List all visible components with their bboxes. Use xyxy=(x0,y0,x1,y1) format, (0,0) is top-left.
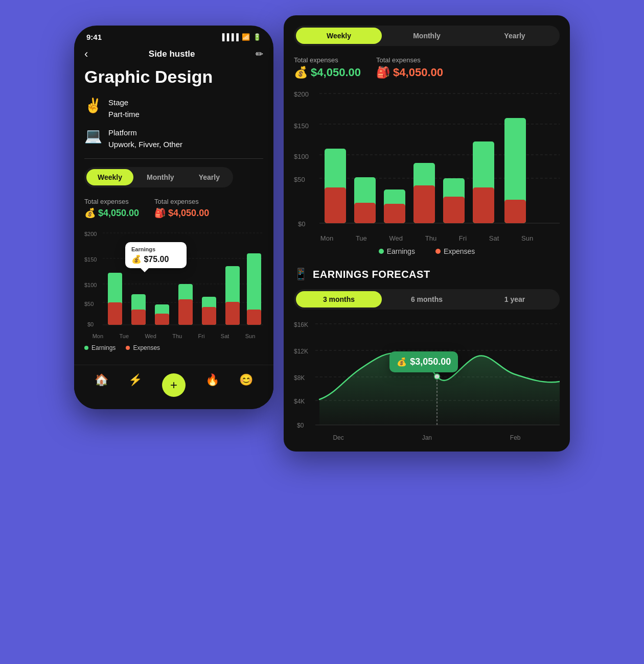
day-tue: Tue xyxy=(119,333,129,339)
tooltip-arrow xyxy=(141,268,149,272)
phone-mockup: 9:41 ▐▐▐▐ 📶 🔋 ‹ Side hustle ✏ Graphic De… xyxy=(74,26,273,409)
large-earnings-dot xyxy=(379,249,384,254)
forecast-tooltip: 💰 $3,050.00 xyxy=(389,351,458,372)
forecast-header: 📱 EARNINGS FORECAST xyxy=(294,268,560,281)
forecast-tab-toggle[interactable]: 3 months 6 months 1 year xyxy=(294,289,560,310)
chart-legend-small: Earnings Expenses xyxy=(84,344,263,351)
nav-fire[interactable]: 🔥 xyxy=(205,373,219,397)
large-legend-expenses: Expenses xyxy=(435,247,475,255)
large-day-fri: Fri xyxy=(459,234,467,242)
nav-home[interactable]: 🏠 xyxy=(95,373,108,397)
platform-value: Upwork, Fivver, Other xyxy=(108,139,182,151)
svg-rect-47 xyxy=(504,200,526,223)
chart-days-large: Mon Tue Wed Thu Fri Sat Sun xyxy=(294,234,560,242)
chart-days-small: Mon Tue Wed Thu Fri Sat Sun xyxy=(84,333,263,339)
day-sun: Sun xyxy=(245,333,256,339)
status-icons: ▐▐▐▐ 📶 🔋 xyxy=(220,33,261,41)
forecast-tab-6m[interactable]: 6 months xyxy=(384,291,470,307)
expense-amount-left: 💰 $4,050.00 xyxy=(84,207,139,219)
expense-col-right: Total expenses 🎒 $4,050.00 xyxy=(154,198,209,219)
earnings-label: Earnings xyxy=(91,344,116,351)
battery-icon: 🔋 xyxy=(253,33,261,41)
large-legend-earnings: Earnings xyxy=(379,247,415,255)
forecast-icon: 📱 xyxy=(294,268,308,281)
tab-weekly[interactable]: Weekly xyxy=(86,169,133,185)
right-tab-toggle[interactable]: Weekly Monthly Yearly xyxy=(294,26,560,46)
platform-text: Platform Upwork, Fivver, Other xyxy=(108,127,182,150)
nav-lightning[interactable]: ⚡ xyxy=(128,373,142,397)
chart-legend-large: Earnings Expenses xyxy=(294,247,560,255)
svg-text:$0: $0 xyxy=(87,321,94,327)
svg-text:$0: $0 xyxy=(297,422,304,429)
large-earnings-label: Earnings xyxy=(387,247,415,255)
svg-rect-11 xyxy=(108,302,122,325)
bar-chart-large: $200 $150 $100 $50 $0 xyxy=(294,87,560,230)
chart-months: Dec Jan Feb xyxy=(294,434,560,441)
tooltip-title: Earnings xyxy=(131,246,180,252)
right-tab-monthly[interactable]: Monthly xyxy=(384,28,470,44)
svg-rect-23 xyxy=(247,310,261,325)
day-wed: Wed xyxy=(145,333,156,339)
expense-col-left: Total expenses 💰 $4,050.00 xyxy=(84,198,139,219)
right-expense-summary: Total expenses 💰 $4,050.00 Total expense… xyxy=(294,56,560,79)
platform-label: Platform xyxy=(108,127,182,139)
day-sat: Sat xyxy=(221,333,229,339)
svg-rect-13 xyxy=(131,310,146,325)
svg-text:$50: $50 xyxy=(84,301,94,307)
svg-text:$50: $50 xyxy=(294,176,305,183)
svg-text:$200: $200 xyxy=(294,90,309,98)
header-title: Side hustle xyxy=(149,49,195,59)
tab-monthly[interactable]: Monthly xyxy=(135,169,186,185)
legend-earnings: Earnings xyxy=(84,344,116,351)
time-tab-toggle[interactable]: Weekly Monthly Yearly xyxy=(84,167,233,187)
svg-rect-17 xyxy=(178,299,193,325)
right-expense-left: Total expenses 💰 $4,050.00 xyxy=(294,56,361,79)
svg-rect-19 xyxy=(202,307,216,325)
expense-label-right: Total expenses xyxy=(154,198,209,205)
bar-chart-tooltip: Earnings 💰 $75.00 xyxy=(125,242,187,268)
right-expense-label-left: Total expenses xyxy=(294,56,361,64)
month-dec: Dec xyxy=(333,434,343,441)
svg-rect-43 xyxy=(443,197,465,223)
phone-header: ‹ Side hustle ✏ xyxy=(74,45,273,67)
signal-icon: ▐▐▐▐ xyxy=(220,33,239,41)
large-day-thu: Thu xyxy=(425,234,436,242)
stage-value: Part-time xyxy=(108,109,140,121)
tooltip-value: 💰 $75.00 xyxy=(131,254,180,264)
expense-amount-right: 🎒 $4,050.00 xyxy=(154,207,209,219)
svg-rect-37 xyxy=(354,203,376,223)
forecast-tooltip-value: $3,050.00 xyxy=(410,357,451,367)
large-day-tue: Tue xyxy=(356,234,367,242)
tab-yearly[interactable]: Yearly xyxy=(188,169,231,185)
phone-content: Graphic Design ✌️ Stage Part-time 💻 Plat… xyxy=(74,67,273,360)
day-thu: Thu xyxy=(172,333,182,339)
right-tab-yearly[interactable]: Yearly xyxy=(472,28,558,44)
expense-summary: Total expenses 💰 $4,050.00 Total expense… xyxy=(84,198,263,219)
month-jan: Jan xyxy=(422,434,432,441)
right-tab-weekly[interactable]: Weekly xyxy=(296,28,382,44)
forecast-section: 📱 EARNINGS FORECAST 3 months 6 months 1 … xyxy=(294,268,560,441)
back-button[interactable]: ‹ xyxy=(84,48,88,61)
svg-rect-35 xyxy=(325,187,346,223)
edit-icon[interactable]: ✏ xyxy=(256,49,263,60)
stage-emoji: ✌️ xyxy=(84,97,102,114)
info-stage: ✌️ Stage Part-time xyxy=(84,97,263,120)
nav-smiley[interactable]: 😊 xyxy=(239,373,253,397)
info-platform: 💻 Platform Upwork, Fivver, Other xyxy=(84,127,263,150)
day-mon: Mon xyxy=(93,333,103,339)
svg-text:$8K: $8K xyxy=(294,374,305,382)
nav-add-button[interactable]: + xyxy=(162,373,186,397)
forecast-tab-3m[interactable]: 3 months xyxy=(296,291,382,307)
right-expense-amount-right: 🎒 $4,050.00 xyxy=(376,66,443,79)
expenses-dot xyxy=(126,346,130,350)
svg-text:$4K: $4K xyxy=(294,398,305,405)
svg-text:$16K: $16K xyxy=(294,321,308,328)
forecast-tab-1y[interactable]: 1 year xyxy=(472,291,558,307)
svg-text:$0: $0 xyxy=(298,220,305,228)
day-fri: Fri xyxy=(198,333,205,339)
stage-text: Stage Part-time xyxy=(108,97,140,120)
expenses-label: Expenses xyxy=(133,344,160,351)
wifi-icon: 📶 xyxy=(242,33,250,41)
svg-text:$100: $100 xyxy=(294,153,309,160)
earnings-dot xyxy=(84,346,88,350)
